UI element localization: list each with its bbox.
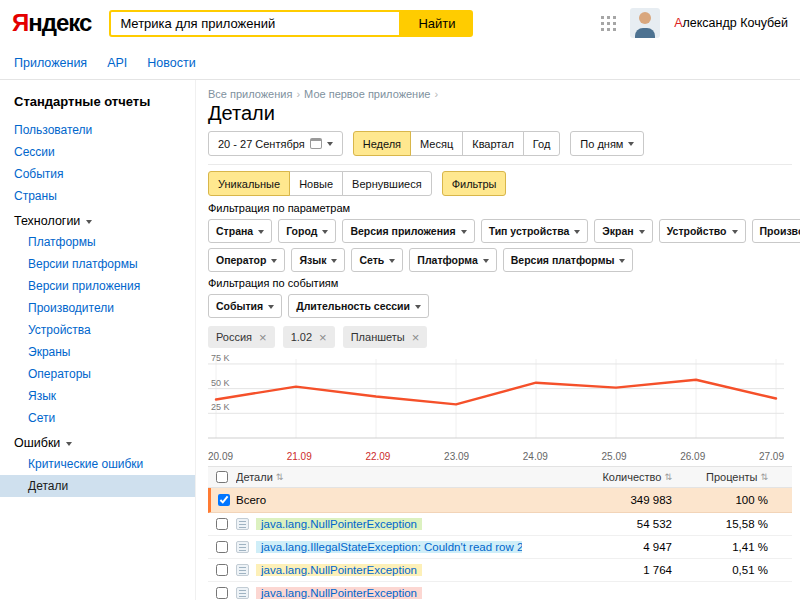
user-name[interactable]: Александр Кочубей [674,16,788,30]
sidebar-item-details[interactable]: Детали [0,475,195,497]
avatar[interactable] [630,8,660,38]
tab-returning[interactable]: Вернувшиеся [342,171,432,196]
filter-city[interactable]: Город [278,219,336,243]
breadcrumb-separator: › [296,88,300,100]
sidebar-item-sessions[interactable]: Сессии [0,141,195,163]
error-name-link[interactable]: java.lang.NullPointerException [256,587,422,599]
sidebar-item-events[interactable]: События [0,163,195,185]
filter-label: Сеть [359,254,384,266]
chevron-down-icon [322,230,328,234]
date-range-picker[interactable]: 20 - 27 Сентября [208,131,343,156]
sidebar-group-errors[interactable]: Ошибки [0,429,195,453]
breadcrumb-app[interactable]: Мое первое приложение [304,88,430,100]
filter-language[interactable]: Язык [291,248,345,272]
column-details[interactable]: Детали [236,471,283,483]
sidebar-item-platform-versions[interactable]: Версии платформы [0,253,195,275]
tab-month[interactable]: Месяц [410,131,463,156]
sidebar-item-platforms[interactable]: Платформы [0,231,195,253]
filter-chip-country: Россия [208,326,275,348]
filter-label: Производитель [760,225,800,237]
tab-quarter[interactable]: Квартал [462,131,524,156]
filter-label: Город [286,225,317,237]
remove-icon[interactable] [319,331,327,344]
error-name-link[interactable]: java.lang.NullPointerException [256,518,422,530]
nav-item-api[interactable]: API [107,56,127,70]
chevron-down-icon [331,259,337,263]
sidebar-item-countries[interactable]: Страны [0,185,195,207]
sidebar-item-users[interactable]: Пользователи [0,119,195,141]
chevron-down-icon [628,142,634,146]
sidebar-item-language[interactable]: Язык [0,385,195,407]
tab-new[interactable]: Новые [289,171,343,196]
column-percent[interactable]: Проценты [706,471,768,483]
filter-manufacturer[interactable]: Производитель [752,219,800,243]
group-label: Технологии [14,214,80,228]
row-checkbox[interactable] [216,564,228,576]
sidebar-item-operators[interactable]: Операторы [0,363,195,385]
filter-session-duration[interactable]: Длительность сессии [288,294,429,318]
row-checkbox[interactable] [216,541,228,553]
filter-label: Тип устройства [489,225,570,237]
granularity-select[interactable]: По дням [570,131,644,156]
granularity-label: По дням [580,138,623,150]
list-icon[interactable] [236,587,249,599]
list-icon[interactable] [236,518,249,530]
filter-label: Платформа [417,254,477,266]
filters-button[interactable]: Фильтры [442,171,507,196]
column-label: Проценты [706,471,757,483]
filter-screen[interactable]: Экран [594,219,652,243]
filter-country[interactable]: Страна [208,219,272,243]
nav-item-news[interactable]: Новости [147,56,195,70]
filter-network[interactable]: Сеть [351,248,403,272]
filter-platform[interactable]: Платформа [409,248,496,272]
remove-icon[interactable] [259,331,267,344]
filter-platform-version[interactable]: Версия платформы [503,248,634,272]
row-checkbox[interactable] [216,518,228,530]
filter-device[interactable]: Устройство [659,219,746,243]
sidebar-item-screens[interactable]: Экраны [0,341,195,363]
sidebar-item-critical-errors[interactable]: Критические ошибки [0,453,195,475]
main-nav: Приложения API Новости [0,46,800,80]
sidebar-group-technologies[interactable]: Технологии [0,207,195,231]
sidebar-item-devices[interactable]: Устройства [0,319,195,341]
column-count[interactable]: Количество [602,471,672,483]
filter-app-version[interactable]: Версия приложения [342,219,474,243]
remove-icon[interactable] [412,331,420,344]
search-input[interactable] [109,10,401,37]
row-checkbox[interactable] [216,587,228,599]
chip-label: Планшеты [351,331,405,343]
x-tick: 23.09 [444,451,469,462]
yandex-logo[interactable]: Яндекс [12,9,91,37]
x-tick: 27.09 [759,451,784,462]
sidebar-item-app-versions[interactable]: Версии приложения [0,275,195,297]
row-count: 4 947 [522,541,672,553]
filter-operator[interactable]: Оператор [208,248,285,272]
chevron-down-icon [415,305,421,309]
error-name-link[interactable]: java.lang.NullPointerException [256,564,422,576]
tab-week[interactable]: Неделя [353,131,411,156]
search-button[interactable]: Найти [400,10,473,37]
nav-item-applications[interactable]: Приложения [14,56,87,70]
breadcrumb-separator: › [434,88,438,100]
services-grid-icon[interactable] [601,16,616,31]
chevron-down-icon [86,220,92,224]
filter-device-type[interactable]: Тип устройства [481,219,589,243]
sidebar-item-networks[interactable]: Сети [0,407,195,429]
sidebar-item-manufacturers[interactable]: Производители [0,297,195,319]
segment-tabs: Уникальные Новые Вернувшиеся [208,171,432,196]
chevron-down-icon [483,259,489,263]
report-controls: 20 - 27 Сентября Неделя Месяц Квартал Го… [208,131,792,165]
breadcrumb-all-apps[interactable]: Все приложения [208,88,292,100]
row-checkbox[interactable] [218,494,230,506]
filter-label: Оператор [216,254,266,266]
table-row-total: Всего 349 983 100 % [208,488,792,513]
tab-year[interactable]: Год [523,131,561,156]
list-icon[interactable] [236,564,249,576]
filter-events[interactable]: События [208,294,282,318]
list-icon[interactable] [236,541,249,553]
tab-unique[interactable]: Уникальные [208,171,290,196]
page-title: Детали [208,102,792,125]
chart-x-axis: 20.09 21.09 22.09 23.09 24.09 25.09 26.0… [208,451,784,462]
error-name-link[interactable]: java.lang.IllegalStateException: Couldn'… [256,541,522,553]
select-all-checkbox[interactable] [216,471,228,483]
